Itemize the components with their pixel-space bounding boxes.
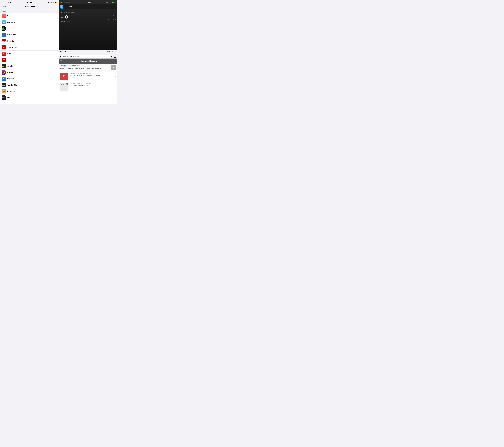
browser-url-text: www.idownloadblog.com [63,55,79,57]
sportscenter-icon: SCESPN [2,45,6,50]
authy-icon: ⟲ [2,58,6,62]
dropbox-icon: ◆ [2,77,6,81]
checkmark-icon: ✓ [55,21,57,23]
sc-logo: SCESPN [3,46,5,48]
lightning-icon: ⚡ [56,2,57,3]
forecast-carrier: T-Mobile [65,1,70,3]
left-status-bar: T-Mobile ▾ 1:18 AM ✱ ▶ 72% ⚡ [0,0,59,4]
battery-percent: 72% [50,1,52,3]
forecast-body: ☁ Washington, US Last Updated 12:40 AM ☁… [59,9,117,50]
list-item[interactable]: W WordPress [0,32,59,38]
ad-dots [60,70,110,70]
list-item[interactable]: Stocks [0,25,59,32]
stocks-bars [2,26,6,31]
browser-menu-button[interactable]: ≡ [111,55,113,58]
dropbox-logo: ◆ [3,77,5,80]
weatherex-icon: 🌙 [2,70,6,75]
min-label: min [112,17,114,18]
list-item[interactable]: ⛅ Forecast+ ✓ [0,19,59,25]
article-item[interactable]: LET'STALKJAILBREAK 4 DECEMBER 16, 2014 •… [59,72,117,82]
list-item[interactable]: SCESPN SportsCenter [0,44,59,51]
browser-lightning: ⚡ [115,51,116,53]
forecast-lightning: ⚡ [114,1,116,3]
signal-dots [2,2,6,3]
browser-back-button[interactable]: ‹ [60,54,61,58]
humidity-label: humidity [108,19,112,20]
bar [2,28,2,30]
temp-value: 0 [65,15,68,20]
browser-time: 1:17 AM [85,51,91,53]
list-item[interactable]: hue hue [0,94,59,101]
article-title: Let's Talk Jailbreak 86: Tempting for th… [69,74,114,77]
forecast-signal-dot-1 [60,2,61,3]
list-item[interactable]: WU Weather [0,63,59,69]
site-search-icon[interactable]: 🔍 [60,60,63,62]
calendar-icon: SUN 16 [2,39,6,43]
forecast-bluetooth-icon: ✱ [106,1,107,3]
list-item[interactable]: WU Weather Map [0,82,59,88]
forecast-description: overcast clouds [60,21,116,22]
article-info: DECEMBER 16, 2014 • BY JEFF BENJAMIN Let… [69,73,114,77]
article-badge: 4 [66,73,68,74]
list-item[interactable]: ✂ Clips [0,51,59,57]
forecast-app-icon-symbol: ⛅ [61,6,63,8]
list-item[interactable]: SUN 16 Calendar [0,38,59,44]
widget-label: Weather! [7,72,57,73]
browser-status-right: ⊙ ✱ 72% ⚡ [105,51,116,53]
forecast-signal-dot-3 [63,2,63,3]
weathermap-icon: WU [2,83,6,87]
browser-battery-tip [114,52,115,52]
browser-status-bar: T-Mobile ▾ 1:17 AM ⊙ ✱ 72% ⚡ [59,50,117,54]
list-item[interactable]: ⟲ Authy [0,57,59,63]
browser-signal-dot-3 [63,52,63,52]
hue-icon: hue [2,95,6,100]
widget-label: Weather Map [7,84,57,86]
battery-tip [55,2,56,2]
forecast-wifi-icon: ▾ [71,1,71,3]
site-title: iDownloadBlog.com [64,60,113,62]
temp-degree: ° [68,15,69,18]
list-item[interactable]: Reminders [0,13,59,19]
widget-label: Clips [7,53,57,55]
back-button[interactable]: ‹ Settings [2,5,9,8]
forecast-humidity-row: humidity 96% [108,19,116,20]
signal-dot-3 [4,2,4,3]
list-item[interactable]: ◆ Dropbox [0,76,59,82]
ad-arrow-button[interactable]: › [111,65,116,70]
status-left: T-Mobile ▾ [2,1,13,3]
forecast-battery-pct: 72% [109,1,111,3]
browser-status-left: T-Mobile ▾ [60,51,71,53]
browser-battery-pct: 72% [108,51,111,53]
article-item[interactable]: 3 iOS 8.1.1 DECEMBER 17, 2014 • BY JEFF … [59,82,117,92]
signal-dot-4 [5,2,5,3]
widgets-section-header: WIDGETS [0,9,59,13]
site-menu-icon[interactable]: ≡ [115,60,116,62]
signal-dot-2 [3,2,3,3]
cloud-lg-icon: ☁ [60,15,64,19]
widget-label: Stocks [7,28,57,30]
widget-label: Authy [7,59,57,61]
min-value: 0° [115,17,116,18]
wordpress-icon: W [2,33,6,37]
calendar-header: SUN [2,39,6,41]
signal-icon: ▶ [48,1,49,3]
browser-url-bar[interactable]: www.idownloadblog.com [62,55,110,58]
list-item[interactable]: 📦 Deliveries [0,88,59,94]
back-label: Settings [3,6,9,8]
widget-label: hue [7,97,57,99]
forecast-status-left: T-Mobile ▾ [60,1,71,3]
forecast-app-title: Forecast+ [65,6,73,8]
list-item[interactable]: 🌙 Weather! [0,69,59,76]
forecast-signal-dot-2 [61,2,62,3]
right-panel: T-Mobile ▾ 1:18 AM ✱ ▶ 72% ⚡ ⛅ Forecast+ [59,0,117,105]
article-arrow-icon: › [115,86,116,88]
browser-tabs-button[interactable]: 2 [114,55,116,58]
battery-body [53,2,55,3]
forecast-icon: ⛅ [2,20,6,24]
hue-logo: hue [2,97,5,99]
browser-target-icon: ⊙ [105,51,106,53]
forecast-main-row: ☁ 0 ° max 0° min 0° humidity [60,15,116,20]
wifi-icon: ▾ [12,1,13,3]
ad-subtitle: Explore New, Innovative Enterprise Email… [60,67,110,69]
forecast-location: Washington, US [63,11,74,13]
